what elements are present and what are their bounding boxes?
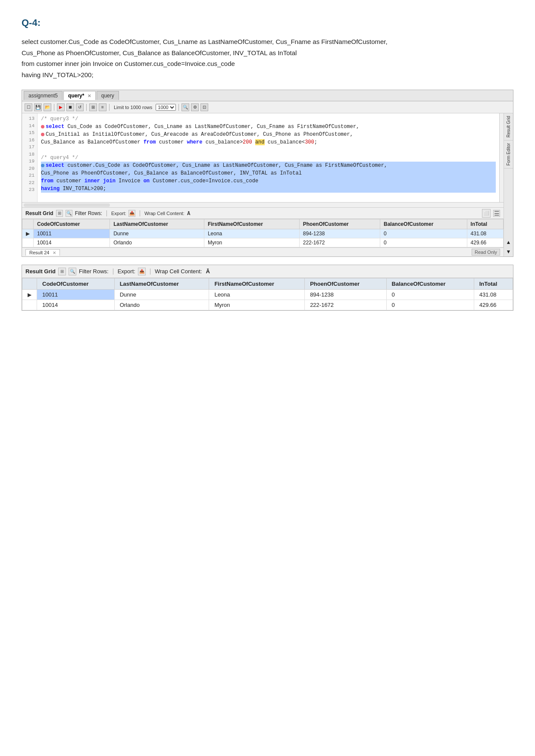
bottom-td-code2: 10014 xyxy=(37,300,115,310)
form-editor-side-btn[interactable]: Form Editor xyxy=(504,141,513,169)
result-tab[interactable]: Result 24 ✕ xyxy=(25,249,60,256)
th-arrow xyxy=(22,219,34,229)
bottom-th-arrow xyxy=(22,278,37,290)
code-editor[interactable]: 13 14 15 16 17 18 19 20 21 22 23 /* quer… xyxy=(22,113,504,203)
horiz-scroll-bar xyxy=(24,203,110,207)
td-code: 10014 xyxy=(34,238,110,247)
result-sep1 xyxy=(106,210,107,216)
td-first: Leona xyxy=(204,229,299,238)
stop-btn[interactable]: ⏹ xyxy=(66,103,74,111)
code-line-22: having INV_TOTAL>200; xyxy=(41,185,496,193)
extra-btn[interactable]: ⊡ xyxy=(200,103,208,111)
td-balance: 0 xyxy=(380,229,467,238)
settings-btn[interactable]: ⚙ xyxy=(191,103,199,111)
tab-bar: assignment5 query* ✕ query xyxy=(22,90,513,101)
bottom-td-code1: 10011 xyxy=(37,290,115,300)
inner-wrap-label: Wrap Cell Content: Ā xyxy=(144,211,191,216)
bottom-td-phone2: 222-1672 xyxy=(305,300,386,310)
bottom-export-icon[interactable]: 📤 xyxy=(138,268,146,275)
bottom-sep1 xyxy=(113,269,113,275)
bottom-row-arrow1: ▶ xyxy=(22,290,37,300)
side-panel: Result Grid Form Editor ▲ ▼ xyxy=(504,113,513,256)
list-icon[interactable]: ☰ xyxy=(493,210,500,217)
page-title: Q-4: xyxy=(22,17,513,28)
tab-query-star[interactable]: query* ✕ xyxy=(63,91,96,100)
bottom-result-section: Result Grid ⊞ 🔍 Filter Rows: Export: 📤 W… xyxy=(22,265,513,311)
tab-query[interactable]: query xyxy=(97,91,119,100)
code-line-18: /* query4 */ xyxy=(41,154,496,162)
table-row[interactable]: 10014 Orlando Myron 222-1672 0 429.66 xyxy=(22,238,504,247)
bottom-data-table: CodeOfCustomer LastNameOfCustomer FirstN… xyxy=(22,278,513,310)
td-total: 429.66 xyxy=(467,238,503,247)
workbench-main: 13 14 15 16 17 18 19 20 21 22 23 /* quer… xyxy=(22,113,513,256)
desc-line-4: having INV_TOTAL>200; xyxy=(22,69,513,81)
td-first: Myron xyxy=(204,238,299,247)
save-btn[interactable]: 💾 xyxy=(34,103,42,111)
inner-grid-icon[interactable]: ⊞ xyxy=(56,210,63,217)
code-line-16: Cus_Balance as BalanceOfCustomer from cu… xyxy=(41,138,496,146)
toolbar-sep3 xyxy=(109,104,110,111)
td-last: Dunne xyxy=(110,229,204,238)
bottom-td-balance1: 0 xyxy=(386,290,474,300)
close-tab-icon[interactable]: ✕ xyxy=(53,250,56,255)
line-numbers: 13 14 15 16 17 18 19 20 21 22 23 xyxy=(22,113,38,202)
bottom-td-balance2: 0 xyxy=(386,300,474,310)
table-row[interactable]: ▶ 10011 Dunne Leona 894-1238 0 431.08 xyxy=(22,229,504,238)
export-icon[interactable]: 📤 xyxy=(128,210,135,217)
format-btn[interactable]: ≡ xyxy=(99,103,106,111)
toolbar-sep1 xyxy=(54,104,54,111)
row-arrow xyxy=(22,238,34,247)
tab-assignment5[interactable]: assignment5 xyxy=(24,91,63,100)
result-grid-side-label: Result Grid xyxy=(506,116,511,137)
code-line-21: from customer inner join Invoice on Cust… xyxy=(41,177,496,185)
refresh-btn[interactable]: ↺ xyxy=(76,103,84,111)
limit-select[interactable]: 1000 500 200 xyxy=(156,104,176,111)
horiz-scroll[interactable] xyxy=(22,203,504,208)
bottom-filter-icon[interactable]: 🔍 xyxy=(69,268,76,275)
inner-filter-icon[interactable]: 🔍 xyxy=(66,210,72,217)
history-btn[interactable]: ⊞ xyxy=(89,103,97,111)
th-phone: PhoenOfCustomer xyxy=(299,219,380,229)
code-line-17 xyxy=(41,146,496,154)
bottom-table-row[interactable]: ▶ 10011 Dunne Leona 894-1238 0 431.08 xyxy=(22,290,513,300)
td-code: 10011 xyxy=(34,229,110,238)
execute-btn[interactable]: ▶ xyxy=(57,103,65,111)
bottom-td-first2: Myron xyxy=(209,300,305,310)
code-editor-area: 13 14 15 16 17 18 19 20 21 22 23 /* quer… xyxy=(22,113,504,256)
toolbar-sep2 xyxy=(86,104,87,111)
th-code: CodeOfCustomer xyxy=(34,219,110,229)
vertical-scrollbar[interactable] xyxy=(499,113,504,202)
search-btn[interactable]: 🔍 xyxy=(181,103,189,111)
inner-filter-label: Filter Rows: xyxy=(75,210,102,216)
folder-btn[interactable]: 📂 xyxy=(44,103,51,111)
sql-workbench: assignment5 query* ✕ query ☐ 💾 📂 ▶ ⏹ ↺ ⊞… xyxy=(22,90,513,257)
td-total: 431.08 xyxy=(467,229,503,238)
inner-result-toolbar: Result Grid ⊞ 🔍 Filter Rows: Export: 📤 W… xyxy=(22,208,504,219)
result-grid-side-btn[interactable]: Result Grid xyxy=(504,113,513,141)
desc-line-2: Cus_Phone as PhoenOfCustomer, Cus_Balanc… xyxy=(22,47,513,59)
new-file-btn[interactable]: ☐ xyxy=(25,103,32,111)
tab-close-icon[interactable]: ✕ xyxy=(88,94,91,98)
bottom-td-first1: Leona xyxy=(209,290,305,300)
code-content[interactable]: /* query3 */ select Cus_Code as CodeOfCu… xyxy=(38,113,499,202)
code-line-15: Cus_Initial as InitialOfCustomer, Cus_Ar… xyxy=(41,131,496,138)
result-footer: Result 24 ✕ Read Only xyxy=(22,247,504,256)
editor-toolbar: ☐ 💾 📂 ▶ ⏹ ↺ ⊞ ≡ Limit to 1000 rows 1000 … xyxy=(22,101,513,113)
bottom-th-phone: PhoenOfCustomer xyxy=(305,278,386,290)
bottom-grid-icon[interactable]: ⊞ xyxy=(58,268,66,275)
maximize-icon[interactable]: ⬜ xyxy=(482,209,491,218)
toolbar-sep4 xyxy=(178,104,179,111)
side-up-arrow[interactable]: ▲ xyxy=(504,237,513,247)
inner-data-table: CodeOfCustomer LastNameOfCustomer FirstN… xyxy=(22,219,504,247)
form-editor-side-label: Form Editor xyxy=(506,143,511,166)
bottom-th-total: InTotal xyxy=(474,278,513,290)
bottom-wrap-icon: Ā xyxy=(206,268,210,275)
td-phone: 222-1672 xyxy=(299,238,380,247)
limit-label: Limit to 1000 rows xyxy=(114,105,152,110)
bottom-row-arrow2 xyxy=(22,300,37,310)
side-down-arrow[interactable]: ▼ xyxy=(504,247,513,256)
desc-line-1: select customer.Cus_Code as CodeOfCustom… xyxy=(22,36,513,47)
td-balance: 0 xyxy=(380,238,467,247)
bottom-table-row[interactable]: 10014 Orlando Myron 222-1672 0 429.66 xyxy=(22,300,513,310)
th-balance: BalanceOfCustomer xyxy=(380,219,467,229)
